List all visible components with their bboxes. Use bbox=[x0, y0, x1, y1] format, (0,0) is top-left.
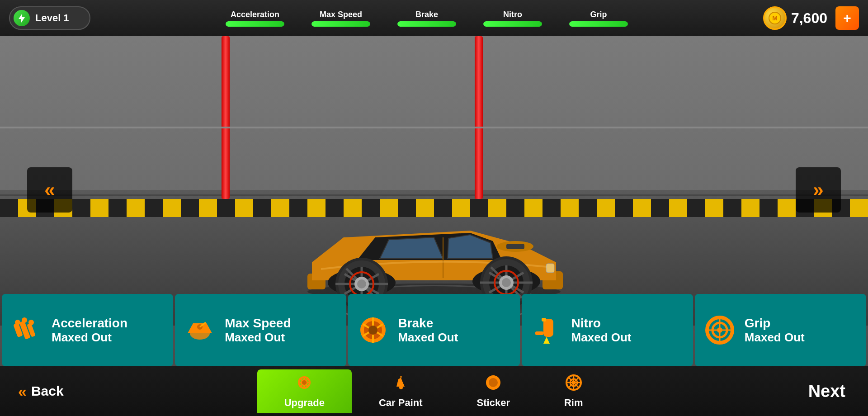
upgrade-card-subtitle: Maxed Out bbox=[745, 331, 805, 345]
bottom-nav-item-rim[interactable]: Rim bbox=[537, 369, 610, 413]
stat-bar-fill bbox=[483, 21, 542, 27]
stat-item-max-speed: Max Speed bbox=[311, 10, 370, 27]
back-button[interactable]: « Back bbox=[0, 366, 82, 416]
svg-point-62 bbox=[717, 327, 722, 333]
bottom-nav-label-car_paint: Car Paint bbox=[379, 397, 423, 409]
stat-item-grip: Grip bbox=[569, 10, 628, 27]
upgrade-card-title: Brake bbox=[398, 316, 433, 331]
lightning-icon bbox=[16, 13, 27, 24]
bottom-nav-icon-car_paint bbox=[392, 374, 409, 395]
svg-rect-5 bbox=[506, 244, 524, 249]
upgrade-card-subtitle: Maxed Out bbox=[571, 331, 632, 345]
upgrade-card-text-grip: GripMaxed Out bbox=[745, 316, 805, 345]
upgrade-card-icon-grip bbox=[704, 314, 736, 346]
stat-bar-fill bbox=[397, 21, 456, 27]
svg-rect-31 bbox=[497, 244, 505, 249]
bottom-nav-icon-sticker bbox=[485, 374, 502, 395]
upgrade-card-max_speed[interactable]: Max SpeedMaxed Out bbox=[175, 294, 346, 366]
bottom-nav-icon-upgrade bbox=[296, 374, 313, 395]
stat-item-nitro: Nitro bbox=[483, 10, 542, 27]
svg-point-28 bbox=[502, 278, 511, 287]
level-badge: Level 1 bbox=[9, 6, 90, 30]
wall-line-1 bbox=[0, 194, 868, 196]
add-coins-button[interactable]: + bbox=[835, 6, 859, 30]
bottom-nav-items: UpgradeCar PaintStickerRim bbox=[82, 369, 786, 413]
stat-bar-background bbox=[569, 21, 628, 27]
coins-area: M 7,600 + bbox=[763, 6, 859, 30]
bottom-nav-label-upgrade: Upgrade bbox=[284, 397, 325, 409]
bottom-nav-bar: « Back UpgradeCar PaintStickerRim Next bbox=[0, 366, 868, 416]
upgrade-card-brake[interactable]: BrakeMaxed Out bbox=[348, 294, 519, 366]
upgrade-card-grip[interactable]: GripMaxed Out bbox=[695, 294, 866, 366]
upgrade-card-subtitle: Maxed Out bbox=[225, 331, 285, 345]
stat-label: Max Speed bbox=[320, 10, 362, 19]
stat-label: Acceleration bbox=[231, 10, 279, 19]
bottom-nav-label-sticker: Sticker bbox=[477, 397, 510, 409]
next-car-button[interactable]: » bbox=[796, 167, 841, 213]
upgrade-card-title: Nitro bbox=[571, 316, 601, 331]
stats-area: AccelerationMax SpeedBrakeNitroGrip bbox=[90, 10, 763, 27]
upgrade-card-text-brake: BrakeMaxed Out bbox=[398, 316, 458, 345]
stat-item-brake: Brake bbox=[397, 10, 456, 27]
svg-point-39 bbox=[22, 317, 27, 323]
back-label: Back bbox=[31, 383, 64, 399]
stat-bar-background bbox=[397, 21, 456, 27]
svg-point-38 bbox=[15, 320, 20, 325]
svg-point-17 bbox=[357, 279, 366, 288]
stat-bar-fill bbox=[569, 21, 628, 27]
level-label: Level 1 bbox=[35, 12, 69, 24]
next-button[interactable]: Next bbox=[786, 366, 868, 416]
svg-rect-30 bbox=[546, 264, 554, 273]
svg-point-47 bbox=[368, 326, 377, 335]
svg-text:M: M bbox=[772, 14, 778, 22]
coin-amount: 7,600 bbox=[791, 10, 827, 27]
stat-bar-fill bbox=[226, 21, 284, 27]
upgrade-card-title: Acceleration bbox=[52, 316, 127, 331]
stat-item-acceleration: Acceleration bbox=[226, 10, 284, 27]
svg-rect-55 bbox=[542, 318, 546, 321]
svg-marker-56 bbox=[543, 337, 550, 344]
upgrade-card-title: Max Speed bbox=[225, 316, 291, 331]
upgrade-card-icon-max_speed bbox=[184, 314, 216, 346]
upgrade-card-acceleration[interactable]: AccelerationMaxed Out bbox=[2, 294, 173, 366]
stat-bar-fill bbox=[311, 21, 370, 27]
pole-right bbox=[475, 36, 483, 199]
upgrade-card-icon-acceleration bbox=[11, 314, 42, 346]
wire-cable bbox=[0, 127, 868, 128]
svg-point-68 bbox=[489, 378, 498, 387]
bottom-nav-item-car_paint[interactable]: Car Paint bbox=[352, 369, 450, 413]
stat-bar-background bbox=[483, 21, 542, 27]
bottom-nav-item-sticker[interactable]: Sticker bbox=[450, 369, 537, 413]
upgrade-card-icon-nitro bbox=[531, 314, 562, 346]
header-bar: Level 1 AccelerationMax SpeedBrakeNitroG… bbox=[0, 0, 868, 36]
svg-rect-54 bbox=[543, 319, 553, 337]
back-arrow-icon: « bbox=[18, 383, 27, 400]
stat-label: Brake bbox=[415, 10, 438, 19]
upgrade-cards-row: AccelerationMaxed Out Max SpeedMaxed Out… bbox=[0, 294, 868, 366]
bottom-nav-item-upgrade[interactable]: Upgrade bbox=[257, 369, 352, 413]
next-label: Next bbox=[808, 382, 845, 401]
upgrade-card-subtitle: Maxed Out bbox=[398, 331, 458, 345]
upgrade-card-text-acceleration: AccelerationMaxed Out bbox=[52, 316, 127, 345]
coin-symbol: M bbox=[768, 11, 782, 25]
upgrade-card-title: Grip bbox=[745, 316, 771, 331]
left-arrow-icon: « bbox=[44, 179, 55, 201]
svg-point-40 bbox=[28, 320, 34, 325]
pole-left bbox=[222, 36, 230, 199]
svg-point-64 bbox=[302, 380, 307, 385]
svg-rect-57 bbox=[535, 331, 543, 335]
level-icon bbox=[14, 10, 30, 26]
upgrade-card-text-max_speed: Max SpeedMaxed Out bbox=[225, 316, 291, 345]
svg-point-65 bbox=[399, 386, 403, 389]
svg-marker-32 bbox=[19, 14, 25, 23]
prev-car-button[interactable]: « bbox=[27, 167, 72, 213]
svg-point-75 bbox=[572, 381, 576, 384]
upgrade-card-nitro[interactable]: NitroMaxed Out bbox=[522, 294, 693, 366]
stat-label: Grip bbox=[590, 10, 607, 19]
stat-bar-background bbox=[226, 21, 284, 27]
upgrade-card-text-nitro: NitroMaxed Out bbox=[571, 316, 632, 345]
coin-icon: M bbox=[763, 6, 787, 30]
stat-bar-background bbox=[311, 21, 370, 27]
bottom-nav-label-rim: Rim bbox=[564, 397, 583, 409]
right-arrow-icon: » bbox=[813, 179, 823, 201]
